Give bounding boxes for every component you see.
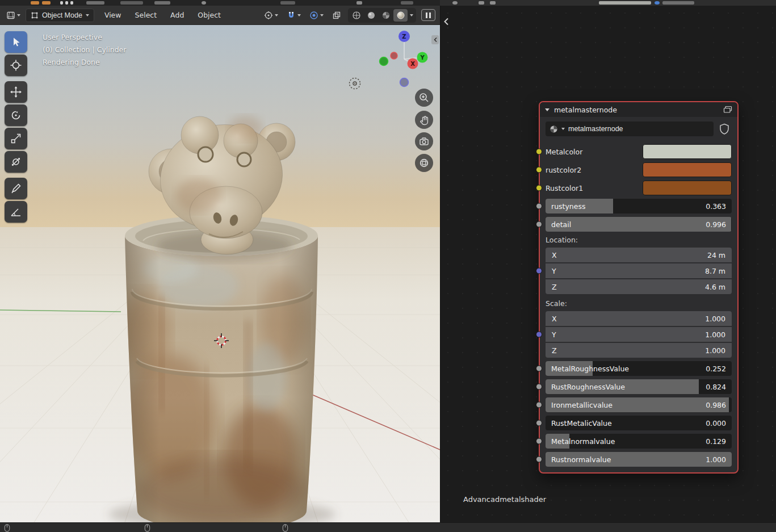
camera-view-button[interactable] [415,132,433,150]
slider-ironmetallic[interactable]: Ironmetallicvalue 0.986 [546,397,732,412]
shading-wireframe-button[interactable] [349,9,363,22]
color-swatch-rustcolor2[interactable] [643,162,732,177]
viewport-3d[interactable]: Object Mode View Select Add Object [0,6,440,522]
chevron-down-icon [320,14,324,16]
slider-label: Ironmetallicvalue [551,401,613,409]
proportional-editing-toggle[interactable] [308,10,325,21]
chevron-down-icon [561,128,565,130]
sidebar-expand-arrow[interactable] [442,17,450,26]
slider-rustmetalic[interactable]: RustMetalicValue 0.000 [546,416,732,430]
color-socket[interactable] [536,167,542,173]
grid-sphere-icon [418,157,430,169]
value-socket[interactable] [536,221,542,228]
location-heading: Location: [546,235,732,245]
gizmo-z-label[interactable]: Z [402,33,406,40]
topbar-icon-remnant [280,1,295,5]
collapse-triangle-icon[interactable] [545,108,550,111]
slider-rustyness[interactable]: rustyness 0.363 [546,199,732,213]
slider-track [546,217,732,232]
input-label: Metalcolor [546,148,643,156]
color-swatch-rustcolor1[interactable] [643,181,732,195]
location-vector-group: X 24 m Y 8.7 m Z 4.6 m [546,248,732,294]
menu-add[interactable]: Add [170,11,184,19]
blender-window: Object Mode View Select Add Object [0,0,776,532]
gizmo-neg-y-ball[interactable] [380,57,388,66]
input-row-rustcolor2: rustcolor2 [546,162,732,177]
shader-node-metalmasternode[interactable]: metalmasternode metalmastern [539,101,739,474]
scale-x-field[interactable]: X 1.000 [546,311,732,326]
color-socket[interactable] [536,185,542,191]
value-socket[interactable] [536,438,542,445]
topbar-icon-remnant [120,1,143,5]
cursor-tool[interactable] [5,55,27,76]
axis-value: 1.000 [705,330,725,339]
location-z-field[interactable]: Z 4.6 m [546,279,732,294]
slider-detail[interactable]: detail 0.996 [546,217,732,232]
node-header[interactable]: metalmasternode [540,102,737,117]
mouse-hint-icon [144,524,150,532]
shader-editor[interactable]: metalmasternode metalmastern [440,6,776,522]
gizmo-neg-z-ball[interactable] [400,78,409,87]
snapping-toggle[interactable] [285,10,303,21]
slider-label: Metalnormalvalue [551,437,615,446]
slider-metalroughness[interactable]: MetalRoughnessValue 0.252 [546,361,732,376]
vector-socket[interactable] [536,332,542,338]
zoom-button[interactable] [415,89,433,107]
value-socket[interactable] [536,203,542,210]
value-socket[interactable] [536,366,542,372]
rotate-tool[interactable] [5,104,27,126]
slider-metalnormal[interactable]: Metalnormalvalue 0.129 [546,434,732,449]
scale-tool[interactable] [5,128,27,149]
chevron-down-icon [297,14,301,16]
chevron-down-icon [410,14,413,16]
color-socket[interactable] [536,149,542,155]
input-label: rustcolor2 [546,166,643,174]
menu-object[interactable]: Object [198,11,221,19]
perspective-toggle-button[interactable] [415,154,433,172]
shading-rendered-button[interactable] [393,9,408,22]
annotate-tool[interactable] [5,178,27,199]
material-sphere-icon [381,11,391,20]
menu-select[interactable]: Select [135,11,157,19]
menu-view[interactable]: View [104,11,121,19]
pan-hand-button[interactable] [415,111,433,129]
fake-user-shield-button[interactable] [717,122,732,136]
gizmo-neg-x-ball[interactable] [391,52,397,59]
status-bar [0,522,776,532]
gizmo-collapse-tab[interactable] [431,35,439,44]
location-x-field[interactable]: X 24 m [546,248,732,262]
header-icon-remnant [452,1,458,5]
object-mode-dropdown[interactable]: Object Mode [26,9,94,22]
magnet-icon [287,11,296,20]
xray-toggle[interactable] [330,10,343,21]
shading-material-button[interactable] [379,9,393,22]
render-pause-button[interactable] [421,9,435,21]
vector-socket[interactable] [536,268,542,274]
slider-rustroughness[interactable]: RustRoughnessValue 0.824 [546,379,732,394]
material-selector[interactable]: metalmasternode [546,122,714,136]
gizmo-x-label[interactable]: X [410,61,415,67]
editor-type-dropdown[interactable] [5,10,22,21]
axis-label: X [552,315,557,323]
measure-tool[interactable] [5,201,27,223]
move-icon [10,86,22,98]
header-icon-remnant [655,1,660,5]
navigation-gizmo[interactable]: Z Y X [375,24,431,89]
shading-solid-button[interactable] [364,9,378,22]
slider-value: 0.824 [706,383,726,391]
select-box-tool[interactable] [5,31,27,53]
value-socket[interactable] [536,456,542,463]
scale-z-field[interactable]: Z 1.000 [546,343,732,358]
gizmo-y-label[interactable]: Y [420,55,425,61]
scale-y-field[interactable]: Y 1.000 [546,327,732,342]
slider-rustnormal[interactable]: Rustnormalvalue 1.000 [546,452,732,467]
move-tool[interactable] [5,81,27,103]
transform-pivot-dropdown[interactable] [262,10,280,21]
color-swatch-metalcolor[interactable] [643,144,732,159]
location-y-field[interactable]: Y 8.7 m [546,263,732,278]
value-socket[interactable] [536,384,542,390]
value-socket[interactable] [536,420,542,426]
object-mode-icon [31,11,39,19]
transform-tool[interactable] [5,151,27,173]
value-socket[interactable] [536,402,542,408]
